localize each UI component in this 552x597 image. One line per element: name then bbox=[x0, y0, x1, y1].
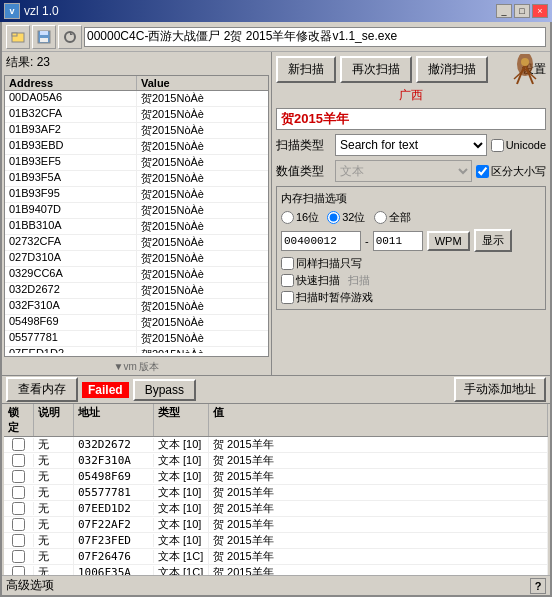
list-item[interactable]: 无 07EED1D2 文本 [10] 贺 2015羊年 bbox=[4, 501, 548, 517]
pause-game-label[interactable]: 扫描时暂停游戏 bbox=[281, 290, 373, 305]
radio-16bit-label[interactable]: 16位 bbox=[281, 210, 319, 225]
list-item[interactable]: 无 05498F69 文本 [10] 贺 2015羊年 bbox=[4, 469, 548, 485]
lock-checkbox[interactable] bbox=[12, 502, 25, 515]
app-icon: v bbox=[4, 3, 20, 19]
desc-cell: 无 bbox=[34, 501, 74, 516]
table-row[interactable]: 01B93AF2贺2015NòÀè bbox=[5, 123, 268, 139]
lock-checkbox[interactable] bbox=[12, 438, 25, 451]
vm-text: ▼vm 版本 bbox=[2, 359, 271, 375]
lock-checkbox[interactable] bbox=[12, 518, 25, 531]
addr-cell: 07F26476 bbox=[74, 550, 154, 563]
help-button[interactable]: ? bbox=[530, 578, 546, 594]
unicode-checkbox[interactable] bbox=[491, 139, 504, 152]
wpm-button[interactable]: WPM bbox=[427, 231, 470, 251]
list-item[interactable]: 无 07F26476 文本 [1C] 贺 2015羊年 bbox=[4, 549, 548, 565]
list-item[interactable]: 无 05577781 文本 [10] 贺 2015羊年 bbox=[4, 485, 548, 501]
table-row[interactable]: 00DA05A6贺2015NòÀè bbox=[5, 91, 268, 107]
lock-cell[interactable] bbox=[4, 534, 34, 547]
table-row[interactable]: 01B93F95贺2015NòÀè bbox=[5, 187, 268, 203]
list-item[interactable]: 无 032D2672 文本 [10] 贺 2015羊年 bbox=[4, 437, 548, 453]
table-row[interactable]: 01B9407D贺2015NòÀè bbox=[5, 203, 268, 219]
table-row[interactable]: 01B93EBD贺2015NòÀè bbox=[5, 139, 268, 155]
table-row[interactable]: 032D2672贺2015NòÀè bbox=[5, 283, 268, 299]
open-file-button[interactable] bbox=[6, 25, 30, 49]
fast-scan-checkbox[interactable] bbox=[281, 274, 294, 287]
new-scan-button[interactable]: 新扫描 bbox=[276, 56, 336, 83]
radio-all-label[interactable]: 全部 bbox=[374, 210, 411, 225]
bottom-toolbar: 查看内存 Failed Bypass 手动添加地址 bbox=[2, 376, 550, 404]
addr-cell: 07F22AF2 bbox=[74, 518, 154, 531]
locked-rows[interactable]: 无 032D2672 文本 [10] 贺 2015羊年 无 032F310A 文… bbox=[4, 437, 548, 575]
unicode-checkbox-label[interactable]: Unicode bbox=[491, 139, 546, 152]
addr-cell: 05498F69 bbox=[74, 470, 154, 483]
lock-checkbox[interactable] bbox=[12, 454, 25, 467]
address-cell: 01B93AF2 bbox=[5, 123, 137, 138]
case-sens-checkbox[interactable] bbox=[476, 165, 489, 178]
table-row[interactable]: 01B93F5A贺2015NòÀè bbox=[5, 171, 268, 187]
search-value-input[interactable] bbox=[276, 108, 546, 130]
re-scan-button[interactable]: 再次扫描 bbox=[340, 56, 412, 83]
bypass-button[interactable]: Bypass bbox=[133, 379, 196, 401]
lock-checkbox[interactable] bbox=[12, 566, 25, 575]
manual-add-button[interactable]: 手动添加地址 bbox=[454, 377, 546, 402]
advanced-options-button[interactable]: 高级选项 bbox=[6, 577, 54, 594]
refresh-button[interactable] bbox=[58, 25, 82, 49]
fast-scan-label[interactable]: 快速扫描 bbox=[281, 273, 340, 288]
cancel-scan-button[interactable]: 撤消扫描 bbox=[416, 56, 488, 83]
lock-cell[interactable] bbox=[4, 486, 34, 499]
table-row[interactable]: 02732CFA贺2015NòÀè bbox=[5, 235, 268, 251]
list-item[interactable]: 无 032F310A 文本 [10] 贺 2015羊年 bbox=[4, 453, 548, 469]
display-button[interactable]: 显示 bbox=[474, 229, 512, 252]
lock-checkbox[interactable] bbox=[12, 550, 25, 563]
lock-cell[interactable] bbox=[4, 518, 34, 531]
addr-cell: 07EED1D2 bbox=[74, 502, 154, 515]
same-write-checkbox[interactable] bbox=[281, 257, 294, 270]
table-row[interactable]: 07EED1D2贺2015NòÀè bbox=[5, 347, 268, 353]
radio-32bit-label[interactable]: 32位 bbox=[327, 210, 365, 225]
table-row[interactable]: 01B32CFA贺2015NòÀè bbox=[5, 107, 268, 123]
addr-from-input[interactable] bbox=[281, 231, 361, 251]
lock-checkbox[interactable] bbox=[12, 486, 25, 499]
lock-cell[interactable] bbox=[4, 550, 34, 563]
lock-cell[interactable] bbox=[4, 502, 34, 515]
scan-type-select[interactable]: Search for text 精确数值 模糊扫描 bbox=[335, 134, 487, 156]
maximize-button[interactable]: □ bbox=[514, 4, 530, 18]
value-type-select[interactable]: 文本 bbox=[335, 160, 472, 182]
table-row[interactable]: 05577781贺2015NòÀè bbox=[5, 331, 268, 347]
table-row[interactable]: 032F310A贺2015NòÀè bbox=[5, 299, 268, 315]
right-panel: 新扫描 再次扫描 撤消扫描 设置 广西 扫描类型 Search for text… bbox=[272, 52, 550, 375]
lock-cell[interactable] bbox=[4, 438, 34, 451]
pause-game-checkbox[interactable] bbox=[281, 291, 294, 304]
table-row[interactable]: 0329CC6A贺2015NòÀè bbox=[5, 267, 268, 283]
lock-cell[interactable] bbox=[4, 470, 34, 483]
table-row[interactable]: 01B93EF5贺2015NòÀè bbox=[5, 155, 268, 171]
table-row[interactable]: 05498F69贺2015NòÀè bbox=[5, 315, 268, 331]
lock-cell[interactable] bbox=[4, 566, 34, 575]
minimize-button[interactable]: _ bbox=[496, 4, 512, 18]
table-row[interactable]: 027D310A贺2015NòÀè bbox=[5, 251, 268, 267]
same-write-label[interactable]: 同样扫描只写 bbox=[281, 256, 362, 271]
case-sens-checkbox-label[interactable]: 区分大小写 bbox=[476, 164, 546, 179]
lock-cell[interactable] bbox=[4, 454, 34, 467]
desc-cell: 无 bbox=[34, 517, 74, 532]
lock-checkbox[interactable] bbox=[12, 534, 25, 547]
bottom-panel: 查看内存 Failed Bypass 手动添加地址 锁定 说明 地址 类型 值 … bbox=[2, 375, 550, 595]
list-item[interactable]: 无 1006F35A 文本 [1C] 贺 2015羊年 bbox=[4, 565, 548, 575]
list-item[interactable]: 无 07F23FED 文本 [10] 贺 2015羊年 bbox=[4, 533, 548, 549]
view-mem-button[interactable]: 查看内存 bbox=[6, 377, 78, 402]
lock-checkbox[interactable] bbox=[12, 470, 25, 483]
address-rows[interactable]: 00DA05A6贺2015NòÀè01B32CFA贺2015NòÀè01B93A… bbox=[5, 91, 268, 353]
close-button[interactable]: × bbox=[532, 4, 548, 18]
val-cell: 贺 2015羊年 bbox=[209, 549, 548, 564]
save-button[interactable] bbox=[32, 25, 56, 49]
radio-all[interactable] bbox=[374, 211, 387, 224]
address-table: Address Value 00DA05A6贺2015NòÀè01B32CFA贺… bbox=[4, 75, 269, 357]
addr-to-input[interactable] bbox=[373, 231, 423, 251]
value-cell: 贺2015NòÀè bbox=[137, 91, 268, 106]
list-item[interactable]: 无 07F22AF2 文本 [10] 贺 2015羊年 bbox=[4, 517, 548, 533]
desc-col-header: 说明 bbox=[34, 404, 74, 436]
process-input[interactable] bbox=[84, 27, 546, 47]
radio-32bit[interactable] bbox=[327, 211, 340, 224]
table-row[interactable]: 01BB310A贺2015NòÀè bbox=[5, 219, 268, 235]
radio-16bit[interactable] bbox=[281, 211, 294, 224]
